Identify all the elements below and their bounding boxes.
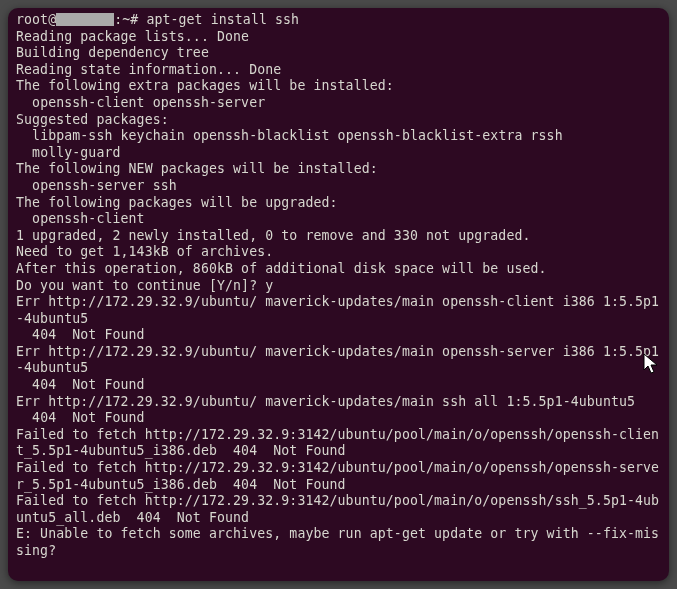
- terminal-output: root@:~# apt-get install ssh Reading pac…: [16, 12, 661, 560]
- output-line: 1 upgraded, 2 newly installed, 0 to remo…: [16, 228, 531, 243]
- output-line: molly-guard: [16, 145, 121, 160]
- output-line: Reading state information... Done: [16, 62, 281, 77]
- prompt-user: root@: [16, 12, 56, 27]
- output-line: Reading package lists... Done: [16, 29, 249, 44]
- command-text: apt-get install ssh: [146, 12, 299, 27]
- output-line: Failed to fetch http://172.29.32.9:3142/…: [16, 493, 659, 525]
- output-line: E: Unable to fetch some archives, maybe …: [16, 526, 659, 558]
- output-line: 404 Not Found: [16, 410, 145, 425]
- output-line: Err http://172.29.32.9/ubuntu/ maverick-…: [16, 394, 635, 409]
- prompt-tail: :~#: [114, 12, 146, 27]
- output-line: Failed to fetch http://172.29.32.9:3142/…: [16, 427, 659, 459]
- output-line: Err http://172.29.32.9/ubuntu/ maverick-…: [16, 294, 659, 326]
- terminal-window[interactable]: root@:~# apt-get install ssh Reading pac…: [8, 8, 669, 581]
- output-line: Failed to fetch http://172.29.32.9:3142/…: [16, 460, 659, 492]
- output-line: After this operation, 860kB of additiona…: [16, 261, 547, 276]
- hostname-redacted: [56, 13, 114, 26]
- output-line: Err http://172.29.32.9/ubuntu/ maverick-…: [16, 344, 659, 376]
- output-line: Building dependency tree: [16, 45, 265, 60]
- output-line: The following NEW packages will be insta…: [16, 161, 378, 176]
- output-line: 404 Not Found: [16, 327, 145, 342]
- output-line: Suggested packages:: [16, 112, 169, 127]
- output-line: Do you want to continue [Y/n]? y: [16, 278, 273, 293]
- output-line: openssh-server ssh: [16, 178, 177, 193]
- output-line: The following extra packages will be ins…: [16, 78, 394, 93]
- output-line: openssh-client openssh-server: [16, 95, 265, 110]
- output-line: Need to get 1,143kB of archives.: [16, 244, 273, 259]
- output-line: openssh-client: [16, 211, 145, 226]
- output-line: 404 Not Found: [16, 377, 145, 392]
- output-line: The following packages will be upgraded:: [16, 195, 338, 210]
- output-line: libpam-ssh keychain openssh-blacklist op…: [16, 128, 563, 143]
